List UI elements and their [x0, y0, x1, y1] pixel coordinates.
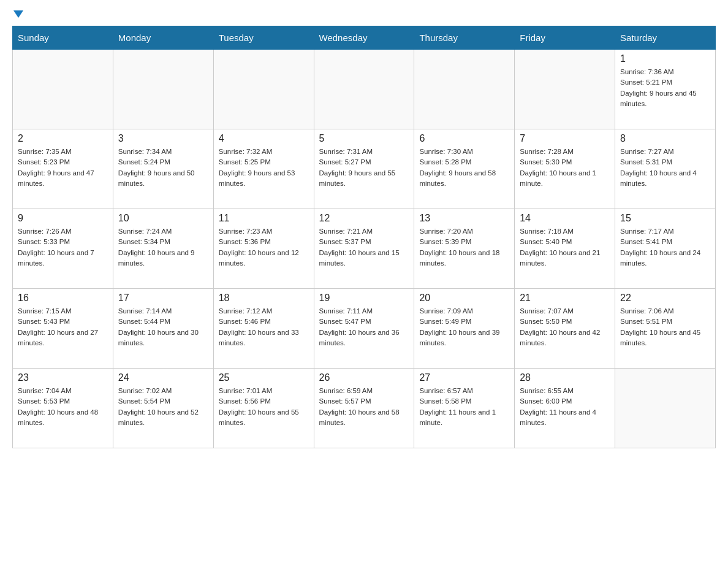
day-info: Sunrise: 7:24 AMSunset: 5:34 PMDaylight:…: [118, 226, 208, 269]
weekday-header-wednesday: Wednesday: [314, 26, 414, 50]
calendar-cell: 26Sunrise: 6:59 AMSunset: 5:57 PMDayligh…: [314, 369, 414, 448]
calendar-cell: 8Sunrise: 7:27 AMSunset: 5:31 PMDaylight…: [615, 129, 716, 209]
calendar-week-4: 16Sunrise: 7:15 AMSunset: 5:43 PMDayligh…: [13, 289, 716, 369]
day-info: Sunrise: 7:34 AMSunset: 5:24 PMDaylight:…: [118, 147, 208, 189]
day-number: 12: [319, 213, 409, 224]
day-info: Sunrise: 7:04 AMSunset: 5:53 PMDaylight:…: [18, 386, 108, 428]
calendar-cell: 22Sunrise: 7:06 AMSunset: 5:51 PMDayligh…: [615, 289, 716, 369]
day-number: 18: [219, 293, 309, 304]
calendar-cell: 9Sunrise: 7:26 AMSunset: 5:33 PMDaylight…: [13, 209, 113, 289]
logo: [12, 12, 23, 20]
calendar-week-2: 2Sunrise: 7:35 AMSunset: 5:23 PMDaylight…: [13, 129, 716, 209]
day-number: 7: [520, 133, 610, 144]
calendar-cell: 24Sunrise: 7:02 AMSunset: 5:54 PMDayligh…: [113, 369, 213, 448]
day-number: 11: [219, 213, 309, 224]
day-number: 21: [520, 293, 610, 304]
day-info: Sunrise: 7:17 AMSunset: 5:41 PMDaylight:…: [620, 226, 710, 269]
calendar-body: 1Sunrise: 7:36 AMSunset: 5:21 PMDaylight…: [13, 50, 716, 448]
day-number: 9: [18, 213, 108, 224]
day-number: 8: [620, 133, 710, 144]
day-info: Sunrise: 7:09 AMSunset: 5:49 PMDaylight:…: [419, 306, 509, 348]
day-number: 3: [118, 133, 208, 144]
day-info: Sunrise: 7:18 AMSunset: 5:40 PMDaylight:…: [520, 226, 610, 269]
calendar-cell: [314, 50, 414, 129]
day-info: Sunrise: 7:35 AMSunset: 5:23 PMDaylight:…: [18, 147, 108, 189]
day-number: 5: [319, 133, 409, 144]
weekday-header-monday: Monday: [113, 26, 213, 50]
day-info: Sunrise: 7:20 AMSunset: 5:39 PMDaylight:…: [419, 226, 509, 269]
weekday-header-saturday: Saturday: [615, 26, 716, 50]
day-info: Sunrise: 7:06 AMSunset: 5:51 PMDaylight:…: [620, 306, 710, 348]
day-number: 25: [219, 372, 309, 383]
calendar-week-1: 1Sunrise: 7:36 AMSunset: 5:21 PMDaylight…: [13, 50, 716, 129]
calendar-cell: 5Sunrise: 7:31 AMSunset: 5:27 PMDaylight…: [314, 129, 414, 209]
day-number: 26: [319, 372, 409, 383]
day-number: 13: [419, 213, 509, 224]
weekday-header-tuesday: Tuesday: [213, 26, 314, 50]
calendar-cell: 11Sunrise: 7:23 AMSunset: 5:36 PMDayligh…: [213, 209, 314, 289]
day-number: 20: [419, 293, 509, 304]
day-info: Sunrise: 7:07 AMSunset: 5:50 PMDaylight:…: [520, 306, 610, 348]
calendar-cell: 2Sunrise: 7:35 AMSunset: 5:23 PMDaylight…: [13, 129, 113, 209]
calendar-cell: [515, 50, 615, 129]
calendar-cell: 27Sunrise: 6:57 AMSunset: 5:58 PMDayligh…: [414, 369, 515, 448]
calendar-cell: 23Sunrise: 7:04 AMSunset: 5:53 PMDayligh…: [13, 369, 113, 448]
day-info: Sunrise: 7:11 AMSunset: 5:47 PMDaylight:…: [319, 306, 409, 348]
calendar-cell: 28Sunrise: 6:55 AMSunset: 6:00 PMDayligh…: [515, 369, 615, 448]
day-number: 22: [620, 293, 710, 304]
day-info: Sunrise: 6:55 AMSunset: 6:00 PMDaylight:…: [520, 386, 610, 428]
day-info: Sunrise: 7:28 AMSunset: 5:30 PMDaylight:…: [520, 147, 610, 189]
day-info: Sunrise: 7:30 AMSunset: 5:28 PMDaylight:…: [419, 147, 509, 189]
calendar-cell: 6Sunrise: 7:30 AMSunset: 5:28 PMDaylight…: [414, 129, 515, 209]
calendar-cell: 13Sunrise: 7:20 AMSunset: 5:39 PMDayligh…: [414, 209, 515, 289]
calendar-cell: 12Sunrise: 7:21 AMSunset: 5:37 PMDayligh…: [314, 209, 414, 289]
day-info: Sunrise: 7:21 AMSunset: 5:37 PMDaylight:…: [319, 226, 409, 269]
weekday-header-sunday: Sunday: [13, 26, 113, 50]
calendar-cell: 25Sunrise: 7:01 AMSunset: 5:56 PMDayligh…: [213, 369, 314, 448]
weekday-row: SundayMondayTuesdayWednesdayThursdayFrid…: [13, 26, 716, 50]
day-number: 27: [419, 372, 509, 383]
day-number: 1: [620, 53, 710, 64]
day-number: 2: [18, 133, 108, 144]
day-info: Sunrise: 7:01 AMSunset: 5:56 PMDaylight:…: [219, 386, 309, 428]
day-info: Sunrise: 7:12 AMSunset: 5:46 PMDaylight:…: [219, 306, 309, 348]
calendar-table: SundayMondayTuesdayWednesdayThursdayFrid…: [12, 26, 716, 448]
day-number: 15: [620, 213, 710, 224]
weekday-header-thursday: Thursday: [414, 26, 515, 50]
calendar-header: SundayMondayTuesdayWednesdayThursdayFrid…: [13, 26, 716, 50]
weekday-header-friday: Friday: [515, 26, 615, 50]
day-info: Sunrise: 6:57 AMSunset: 5:58 PMDaylight:…: [419, 386, 509, 428]
calendar-week-3: 9Sunrise: 7:26 AMSunset: 5:33 PMDaylight…: [13, 209, 716, 289]
calendar-cell: 16Sunrise: 7:15 AMSunset: 5:43 PMDayligh…: [13, 289, 113, 369]
day-info: Sunrise: 6:59 AMSunset: 5:57 PMDaylight:…: [319, 386, 409, 428]
day-info: Sunrise: 7:26 AMSunset: 5:33 PMDaylight:…: [18, 226, 108, 269]
calendar-cell: [113, 50, 213, 129]
day-info: Sunrise: 7:27 AMSunset: 5:31 PMDaylight:…: [620, 147, 710, 189]
day-number: 6: [419, 133, 509, 144]
day-number: 28: [520, 372, 610, 383]
day-number: 19: [319, 293, 409, 304]
day-number: 10: [118, 213, 208, 224]
logo-triangle-icon: [13, 10, 23, 18]
calendar-cell: [13, 50, 113, 129]
day-number: 17: [118, 293, 208, 304]
day-info: Sunrise: 7:31 AMSunset: 5:27 PMDaylight:…: [319, 147, 409, 189]
day-info: Sunrise: 7:15 AMSunset: 5:43 PMDaylight:…: [18, 306, 108, 348]
day-number: 14: [520, 213, 610, 224]
day-info: Sunrise: 7:02 AMSunset: 5:54 PMDaylight:…: [118, 386, 208, 428]
calendar-week-5: 23Sunrise: 7:04 AMSunset: 5:53 PMDayligh…: [13, 369, 716, 448]
calendar-cell: 19Sunrise: 7:11 AMSunset: 5:47 PMDayligh…: [314, 289, 414, 369]
calendar-cell: 4Sunrise: 7:32 AMSunset: 5:25 PMDaylight…: [213, 129, 314, 209]
day-number: 24: [118, 372, 208, 383]
calendar-cell: 10Sunrise: 7:24 AMSunset: 5:34 PMDayligh…: [113, 209, 213, 289]
day-number: 16: [18, 293, 108, 304]
day-info: Sunrise: 7:36 AMSunset: 5:21 PMDaylight:…: [620, 67, 710, 109]
calendar-cell: [213, 50, 314, 129]
calendar-cell: 1Sunrise: 7:36 AMSunset: 5:21 PMDaylight…: [615, 50, 716, 129]
calendar-cell: 18Sunrise: 7:12 AMSunset: 5:46 PMDayligh…: [213, 289, 314, 369]
calendar-cell: 3Sunrise: 7:34 AMSunset: 5:24 PMDaylight…: [113, 129, 213, 209]
day-number: 23: [18, 372, 108, 383]
calendar-cell: [414, 50, 515, 129]
calendar-cell: [615, 369, 716, 448]
day-number: 4: [219, 133, 309, 144]
